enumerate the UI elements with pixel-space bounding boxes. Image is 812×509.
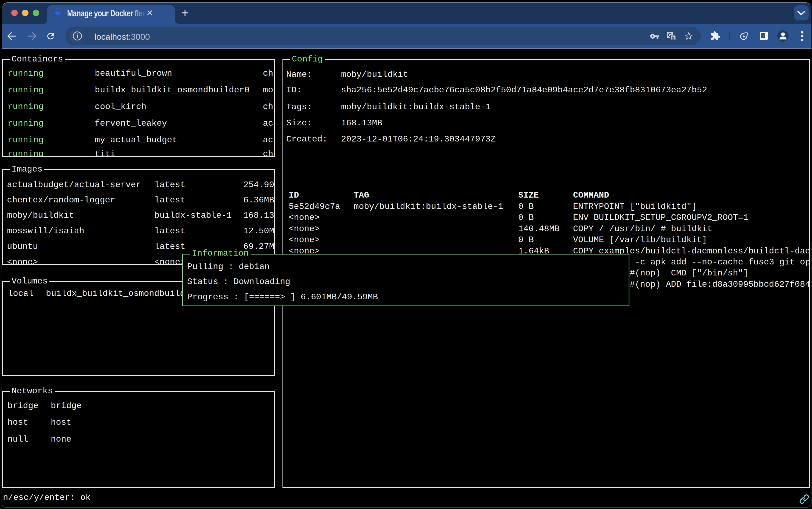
- svg-text:文: 文: [671, 36, 675, 40]
